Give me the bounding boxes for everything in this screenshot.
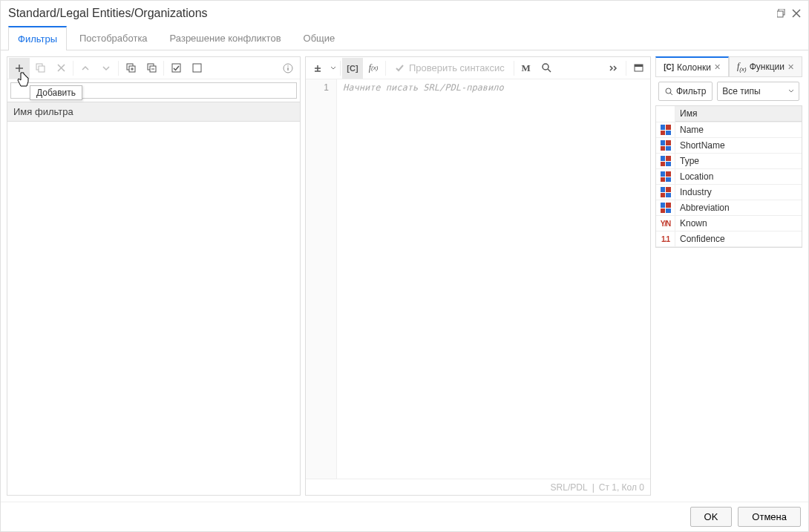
check-syntax-label: Проверить синтаксис (409, 62, 505, 73)
type-select[interactable]: Все типы (717, 82, 799, 101)
close-icon[interactable] (792, 9, 801, 18)
status-language: SRL/PDL (551, 482, 588, 493)
column-row[interactable]: Abbreviation (656, 200, 802, 216)
tab-columns[interactable]: [C] Колонки ✕ (655, 56, 729, 76)
line-gutter: 1 (306, 79, 337, 479)
delete-button[interactable] (50, 58, 71, 79)
column-name: Location (675, 169, 802, 184)
column-row[interactable]: Location (656, 169, 802, 185)
column-row[interactable]: 1.1Confidence (656, 231, 802, 247)
main-tabs: Фильтры Постобработка Разрешение конфлик… (1, 26, 808, 50)
number-icon: 1.1 (656, 231, 675, 246)
reference-panel: [C] Колонки ✕ f(x) Функции ✕ Фильтр Все … (655, 56, 802, 496)
svg-point-12 (543, 64, 548, 70)
functions-mode-button[interactable]: f(x) (363, 58, 384, 79)
restore-icon[interactable] (777, 9, 786, 18)
add-button[interactable] (9, 58, 30, 79)
column-name: Known (675, 216, 802, 231)
separator (626, 61, 626, 76)
reference-filter-button[interactable]: Фильтр (658, 82, 713, 101)
header-icon-cell (656, 106, 675, 122)
match-icon[interactable]: M (516, 58, 537, 79)
move-down-button[interactable] (96, 58, 117, 79)
columns-table-header: Имя (656, 106, 802, 122)
field-icon (656, 138, 675, 153)
column-row[interactable]: Industry (656, 185, 802, 200)
svg-rect-9 (193, 64, 201, 72)
panel-icon[interactable] (628, 58, 649, 79)
separator (340, 61, 341, 76)
field-icon (656, 154, 675, 168)
overflow-icon[interactable] (603, 58, 624, 79)
add-tooltip: Добавить (30, 85, 82, 100)
tab-functions-label: Функции (750, 62, 785, 72)
column-name: Industry (675, 185, 802, 200)
editor-area[interactable]: 1 Начните писать SRL/PDL-правило (306, 79, 650, 479)
search-icon[interactable] (537, 58, 557, 79)
bool-icon: Y/N (656, 216, 675, 231)
tab-filters[interactable]: Фильтры (8, 26, 67, 50)
column-name: Confidence (675, 231, 802, 246)
editor-panel: [C] f(x) Проверить синтаксис M (305, 56, 651, 496)
status-sep: | (592, 482, 595, 493)
check-all-button[interactable] (166, 58, 186, 79)
copy-button[interactable] (30, 58, 50, 79)
collapse-all-button[interactable] (141, 58, 162, 79)
separator (163, 61, 164, 76)
ok-button[interactable]: OK (690, 507, 733, 527)
field-icon (656, 169, 675, 184)
tab-postprocessing[interactable]: Постобработка (70, 26, 157, 50)
filters-panel: Имя фильтра (7, 56, 301, 496)
svg-point-15 (666, 88, 671, 93)
column-name: Name (675, 122, 802, 137)
footer: OK Отмена (1, 502, 808, 531)
move-up-button[interactable] (75, 58, 96, 79)
body: Имя фильтра [C] f(x) Проверить синтаксис (1, 50, 808, 502)
svg-point-11 (287, 65, 289, 67)
status-position: Ст 1, Кол 0 (599, 482, 644, 493)
editor-toolbar: [C] f(x) Проверить синтаксис M (306, 57, 650, 79)
tab-conflict-resolution[interactable]: Разрешение конфликтов (160, 26, 291, 50)
field-icon (656, 185, 675, 200)
column-name: Abbreviation (675, 200, 802, 215)
adjust-dropdown-icon[interactable] (328, 58, 338, 79)
tab-columns-close-icon[interactable]: ✕ (714, 62, 721, 72)
columns-table-header-name: Имя (675, 106, 802, 122)
tab-general[interactable]: Общие (294, 26, 345, 50)
tab-functions-close-icon[interactable]: ✕ (787, 62, 794, 72)
type-select-value: Все типы (722, 86, 760, 96)
functions-prefix-icon: f(x) (737, 61, 747, 73)
tab-functions[interactable]: f(x) Функции ✕ (729, 56, 802, 76)
separator (118, 61, 119, 76)
filter-list[interactable] (7, 122, 300, 495)
column-row[interactable]: Name (656, 122, 802, 138)
svg-rect-1 (777, 11, 783, 17)
svg-rect-3 (39, 66, 45, 72)
cancel-button[interactable]: Отмена (738, 507, 801, 527)
columns-prefix-icon: [C] (664, 63, 674, 71)
svg-rect-14 (635, 65, 643, 67)
svg-rect-8 (172, 64, 180, 72)
separator (514, 61, 514, 76)
editor-statusbar: SRL/PDL | Ст 1, Кол 0 (306, 479, 650, 495)
reference-tabs: [C] Колонки ✕ f(x) Функции ✕ (655, 56, 802, 77)
column-row[interactable]: Y/NKnown (656, 216, 802, 231)
separator (73, 61, 73, 76)
expand-all-button[interactable] (120, 58, 141, 79)
column-row[interactable]: ShortName (656, 138, 802, 154)
line-number: 1 (306, 82, 329, 93)
adjust-icon[interactable] (307, 58, 328, 79)
info-icon[interactable] (278, 58, 298, 79)
uncheck-all-button[interactable] (186, 58, 207, 79)
window-title: Standard/Legal Entities/Organizations (8, 7, 771, 20)
columns-mode-button[interactable]: [C] (342, 58, 363, 79)
column-row[interactable]: Type (656, 154, 802, 169)
column-name: Type (675, 154, 802, 168)
check-syntax-button[interactable]: Проверить синтаксис (387, 58, 512, 79)
separator (385, 61, 386, 76)
reference-filter-row: Фильтр Все типы (655, 77, 802, 105)
titlebar: Standard/Legal Entities/Organizations (1, 1, 808, 26)
filter-list-header: Имя фильтра (7, 102, 300, 122)
filters-toolbar (7, 57, 300, 79)
field-icon (656, 200, 675, 215)
